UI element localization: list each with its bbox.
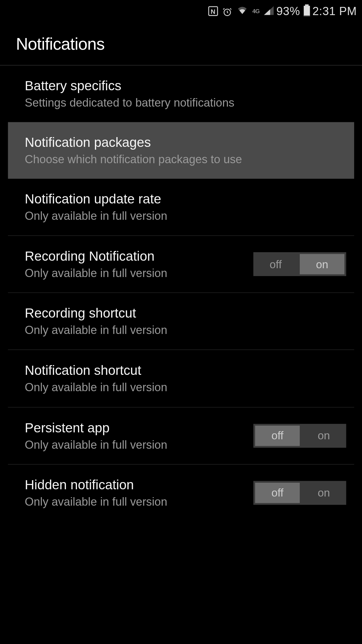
toggle-recording-notification[interactable]: off on — [253, 252, 346, 276]
alarm-icon — [222, 6, 232, 16]
item-hidden-notification[interactable]: Hidden notification Only available in fu… — [0, 464, 362, 521]
battery-percent: 93% — [277, 4, 300, 18]
item-title: Recording Notification — [25, 247, 244, 265]
status-time: 2:31 PM — [312, 4, 357, 18]
item-subtitle: Choose which notification packages to us… — [25, 152, 346, 167]
item-persistent-app[interactable]: Persistent app Only available in full ve… — [0, 407, 362, 464]
toggle-off[interactable]: off — [255, 425, 300, 446]
item-subtitle: Only available in full version — [25, 266, 244, 281]
network-type-label: 4G — [252, 8, 260, 14]
item-title: Notification shortcut — [25, 362, 346, 379]
wifi-icon — [236, 4, 248, 18]
item-subtitle: Only available in full version — [25, 208, 346, 224]
item-title: Recording shortcut — [25, 305, 346, 322]
toggle-hidden-notification[interactable]: off on — [253, 481, 346, 505]
item-title: Battery specifics — [25, 77, 346, 94]
settings-list: Battery specifics Settings dedicated to … — [0, 65, 362, 521]
toggle-off[interactable]: off — [253, 252, 298, 276]
item-notification-update-rate[interactable]: Notification update rate Only available … — [0, 179, 362, 236]
item-recording-shortcut[interactable]: Recording shortcut Only available in ful… — [0, 293, 362, 350]
toggle-off[interactable]: off — [255, 483, 300, 503]
toggle-on[interactable]: on — [302, 481, 346, 505]
item-subtitle: Settings dedicated to battery notificati… — [25, 95, 346, 111]
item-title: Hidden notification — [25, 476, 244, 493]
toggle-on[interactable]: on — [300, 254, 344, 275]
page-title: Notifications — [16, 35, 346, 54]
toggle-on[interactable]: on — [302, 424, 346, 447]
item-subtitle: Only available in full version — [25, 323, 346, 338]
status-bar: N 4G 93% 2:31 — [0, 0, 362, 22]
page-header: Notifications — [0, 22, 362, 65]
item-recording-notification[interactable]: Recording Notification Only available in… — [0, 236, 362, 292]
item-battery-specifics[interactable]: Battery specifics Settings dedicated to … — [0, 65, 362, 122]
item-notification-shortcut[interactable]: Notification shortcut Only available in … — [0, 350, 362, 407]
item-title: Notification update rate — [25, 190, 346, 208]
battery-icon — [304, 6, 310, 16]
item-notification-packages[interactable]: Notification packages Choose which notif… — [8, 122, 354, 179]
nfc-icon: N — [208, 6, 218, 16]
toggle-persistent-app[interactable]: off on — [253, 424, 346, 447]
item-title: Notification packages — [25, 134, 346, 151]
item-subtitle: Only available in full version — [25, 437, 244, 452]
item-title: Persistent app — [25, 419, 244, 436]
signal-icon — [264, 4, 274, 18]
item-subtitle: Only available in full version — [25, 380, 346, 395]
item-subtitle: Only available in full version — [25, 494, 244, 509]
